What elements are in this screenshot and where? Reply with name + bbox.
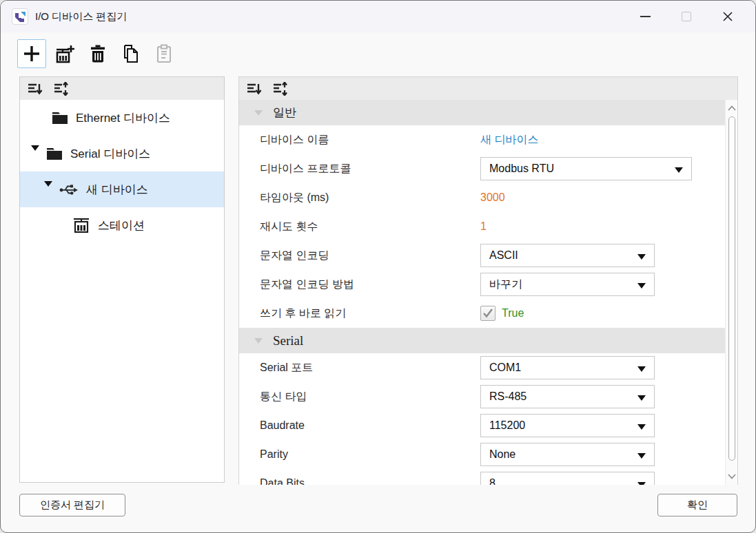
property-label: Data Bits xyxy=(239,477,480,485)
sort-reorder-button[interactable] xyxy=(272,81,289,96)
device-protocol-dropdown[interactable]: Modbus RTU xyxy=(480,157,692,180)
vertical-scrollbar[interactable] xyxy=(725,100,737,485)
close-button[interactable] xyxy=(707,1,748,32)
sort-descending-button[interactable] xyxy=(27,81,43,96)
section-general[interactable]: 일반 xyxy=(239,100,726,125)
parity-dropdown[interactable]: None xyxy=(480,443,655,466)
sort-descending-icon xyxy=(28,82,43,96)
property-row-retry-count: 재시도 횟수 1 xyxy=(239,212,726,241)
tree-item-ethernet-devices[interactable]: Ethernet 디바이스 xyxy=(20,100,224,136)
tree-item-label: 스테이션 xyxy=(98,218,145,233)
read-after-write-checkbox[interactable] xyxy=(480,306,496,321)
expander-down-icon[interactable] xyxy=(31,151,39,156)
sort-reorder-icon xyxy=(54,82,69,96)
expander-down-icon[interactable] xyxy=(44,187,52,192)
dropdown-arrow-icon xyxy=(637,453,646,459)
checkmark-icon xyxy=(482,309,493,318)
property-row-string-encoding-method: 문자열 인코딩 방법 바꾸기 xyxy=(239,270,726,299)
window-title: I/O 디바이스 편집기 xyxy=(35,10,127,23)
section-serial[interactable]: Serial xyxy=(239,328,726,353)
property-label: 디바이스 이름 xyxy=(239,133,480,147)
dropdown-value: Modbus RTU xyxy=(489,163,554,175)
tree-item-new-device[interactable]: 새 디바이스 xyxy=(20,171,224,207)
tree-item-station[interactable]: 스테이션 xyxy=(20,207,224,243)
chevron-up-icon xyxy=(728,105,736,111)
property-grid: 일반 디바이스 이름 새 디바이스 디바이스 프로토콜 Modbus RTU 타… xyxy=(239,100,726,485)
trash-icon xyxy=(89,44,107,63)
property-label: 문자열 인코딩 xyxy=(239,249,480,263)
dropdown-value: None xyxy=(489,448,515,461)
tree-item-serial-devices[interactable]: Serial 디바이스 xyxy=(20,136,224,171)
copy-button[interactable] xyxy=(116,39,145,68)
scrollbar-thumb[interactable] xyxy=(728,116,735,461)
comm-type-dropdown[interactable]: RS-485 xyxy=(480,385,655,408)
dropdown-value: 115200 xyxy=(489,419,525,432)
device-tree-panel: Ethernet 디바이스 Serial 디바이스 xyxy=(19,76,225,483)
property-label: 쓰기 후 바로 읽기 xyxy=(239,306,480,321)
toolbar xyxy=(17,39,178,69)
property-panel: 일반 디바이스 이름 새 디바이스 디바이스 프로토콜 Modbus RTU 타… xyxy=(238,76,738,485)
app-logo-icon xyxy=(12,8,28,25)
titlebar: I/O 디바이스 편집기 xyxy=(1,1,755,32)
plus-icon xyxy=(23,45,41,63)
copy-icon xyxy=(122,44,140,63)
property-row-device-name: 디바이스 이름 새 디바이스 xyxy=(239,125,726,154)
data-bits-dropdown[interactable]: 8 xyxy=(480,472,655,485)
property-label: Baudrate xyxy=(239,419,480,432)
serial-port-dropdown[interactable]: COM1 xyxy=(480,356,655,379)
retry-count-value[interactable]: 1 xyxy=(480,220,487,233)
property-label: 재시도 횟수 xyxy=(239,220,480,234)
sort-reorder-button[interactable] xyxy=(53,81,70,96)
property-row-string-encoding: 문자열 인코딩 ASCII xyxy=(239,241,726,270)
string-encoding-dropdown[interactable]: ASCII xyxy=(480,244,655,267)
checkbox-value-label: True xyxy=(502,307,524,320)
close-icon xyxy=(722,11,733,22)
property-label: 문자열 인코딩 방법 xyxy=(239,278,480,292)
property-panel-header xyxy=(239,77,737,100)
folder-icon xyxy=(52,111,68,125)
property-label: 통신 타입 xyxy=(239,390,480,404)
sort-reorder-icon xyxy=(273,82,288,96)
tree-item-label: 새 디바이스 xyxy=(86,182,148,198)
dropdown-arrow-icon xyxy=(637,424,646,430)
property-row-timeout: 타임아웃 (ms) 3000 xyxy=(239,183,726,212)
section-collapse-icon xyxy=(254,338,263,344)
add-device-button[interactable] xyxy=(17,39,46,68)
timeout-value[interactable]: 3000 xyxy=(480,191,505,204)
add-station-button[interactable] xyxy=(50,39,79,68)
station-plus-icon xyxy=(54,44,75,63)
dropdown-value: 8 xyxy=(489,477,496,485)
string-encoding-method-dropdown[interactable]: 바꾸기 xyxy=(480,273,655,296)
sort-descending-icon xyxy=(247,82,262,96)
baudrate-dropdown[interactable]: 115200 xyxy=(480,414,655,437)
property-row-serial-port: Serial 포트 COM1 xyxy=(239,353,726,382)
device-name-value[interactable]: 새 디바이스 xyxy=(480,133,538,147)
section-title: 일반 xyxy=(273,105,296,121)
dropdown-arrow-icon xyxy=(637,254,646,260)
sort-descending-button[interactable] xyxy=(246,81,263,96)
property-label: Parity xyxy=(239,448,480,461)
dropdown-arrow-icon xyxy=(637,366,646,372)
usb-icon xyxy=(59,183,79,196)
tree-item-label: Serial 디바이스 xyxy=(70,146,150,162)
property-label: Serial 포트 xyxy=(239,361,480,375)
dropdown-arrow-icon xyxy=(637,395,646,401)
section-title: Serial xyxy=(273,333,303,348)
scroll-up-button[interactable] xyxy=(726,101,738,115)
ok-button[interactable]: 확인 xyxy=(657,494,737,516)
property-row-device-protocol: 디바이스 프로토콜 Modbus RTU xyxy=(239,154,726,183)
scroll-down-button[interactable] xyxy=(726,470,738,483)
paste-button xyxy=(150,39,178,68)
clipboard-icon xyxy=(156,44,172,63)
minimize-button[interactable] xyxy=(624,1,666,32)
property-row-comm-type: 통신 타입 RS-485 xyxy=(239,382,726,411)
dropdown-arrow-icon xyxy=(637,283,646,289)
maximize-button[interactable] xyxy=(666,1,707,32)
property-row-baudrate: Baudrate 115200 xyxy=(239,411,726,440)
property-row-parity: Parity None xyxy=(239,440,726,469)
tree-item-label: Ethernet 디바이스 xyxy=(76,110,170,126)
delete-button[interactable] xyxy=(83,39,112,68)
certificate-editor-button[interactable]: 인증서 편집기 xyxy=(19,494,125,516)
device-tree: Ethernet 디바이스 Serial 디바이스 xyxy=(20,100,224,243)
station-icon xyxy=(72,217,90,233)
